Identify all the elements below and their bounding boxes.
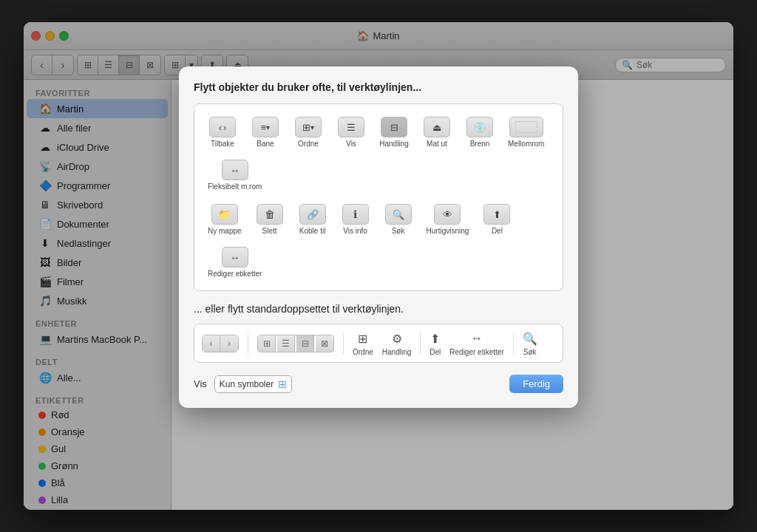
tool-vis[interactable]: ☰ Vis [332,113,370,151]
fleksibelt-icon: ↔ [222,160,248,180]
brenn-icon: 💿 [466,117,493,137]
dropdown-arrow-icon: ⊞ [278,378,287,390]
handling-icon: ⊟ [381,117,407,137]
done-button[interactable]: Ferdig [509,375,563,393]
toolbar-separator [248,332,248,355]
slett-icon: 🗑 [257,204,283,225]
tool-tilbake[interactable]: ‹› Tilbake [203,113,242,151]
default-back-btn[interactable]: ‹ [203,335,220,352]
default-label: Ordne [353,348,373,356]
tool-label: Brenn [470,140,490,148]
tool-label: Slett [262,227,277,235]
default-nav: ‹ › [202,335,239,352]
tool-fleksibelt[interactable]: ↔ Fleksibelt m.rom [203,156,266,194]
toolbar-separator [420,332,421,355]
tool-label: Ny mappe [208,227,242,235]
tool-label: Del [492,227,503,235]
modal-overlay: Flytt objekter du bruker ofte, til verkt… [24,22,733,510]
tools-row-2: 📁 Ny mappe 🗑 Slett 🔗 Kob [203,200,554,282]
tool-slett[interactable]: 🗑 Slett [251,200,289,239]
rediger-etiketter-icon: ↔ [222,247,248,267]
tool-ny-mappe[interactable]: 📁 Ny mappe [203,200,246,239]
handling-default-icon: ⚙ [392,330,402,347]
del-default-icon: ⬆ [430,330,440,347]
tool-sok[interactable]: 🔍 Søk [379,200,418,239]
default-label: Handling [382,348,411,356]
tool-label: Søk [392,227,405,235]
tool-label: Hurtigvisning [427,227,469,235]
tool-label: Vis [346,140,356,148]
default-ordne: ⊞ Ordne [353,330,373,356]
default-list-btn[interactable]: ☰ [277,335,295,352]
tool-del[interactable]: ⬆ Del [478,200,516,239]
default-label: Del [430,348,441,356]
ordne-default-icon: ⊞ [358,330,367,347]
vis-label: Vis [194,378,207,389]
modal-title: Flytt objekter du bruker ofte, til verkt… [194,81,563,93]
ny-mappe-icon: 📁 [211,204,238,225]
tool-koble-til[interactable]: 🔗 Koble til [293,200,332,239]
default-handling: ⚙ Handling [382,330,411,356]
mellomrom-icon [509,117,543,137]
default-rediger: ↔ Rediger etiketter [449,330,503,356]
default-toolbar-preview: ‹ › ⊞ ☰ ⊟ ⊠ ⊞ Ordne ⚙ Handlin [194,324,563,363]
default-label: Rediger etiketter [449,348,503,356]
tool-label: Rediger etiketter [208,270,262,278]
tool-label: Vis info [343,227,367,235]
tool-ordne[interactable]: ⊞▾ Ordne [289,113,327,151]
vis-option: Kun symboler [220,379,274,389]
customize-toolbar-modal: Flytt objekter du bruker ofte, til verkt… [179,66,578,408]
tools-row: ‹› Tilbake ≡▾ Bane ⊞▾ Ordne [203,113,554,194]
tool-label: Bane [257,140,274,148]
default-col-btn[interactable]: ⊟ [296,335,314,352]
tool-label: Fleksibelt m.rom [208,183,262,191]
tool-label: Mat ut [427,140,447,148]
tool-vis-info[interactable]: ℹ Vis info [336,200,375,239]
default-sok: 🔍 Søk [523,330,537,356]
toolbar-separator [343,332,344,355]
tool-label: Tilbake [211,140,234,148]
vis-icon: ☰ [338,117,364,137]
tool-mellomrom[interactable]: Mellomrom [503,113,549,151]
default-label: Søk [523,348,537,356]
sok-icon: 🔍 [385,204,412,225]
bane-icon: ≡▾ [252,117,279,137]
tool-label: Ordne [298,140,319,148]
default-grid-btn[interactable]: ⊞ [258,335,276,352]
default-flow-btn[interactable]: ⊠ [316,335,333,352]
finder-window: 🏠 Martin ‹ › ⊞ ☰ ⊟ ⊠ ⊞ ▾ ⬆ ⏏ 🔍 [24,22,733,510]
tool-brenn[interactable]: 💿 Brenn [461,113,499,151]
vis-info-icon: ℹ [342,204,369,225]
tool-mat-ut[interactable]: ⏏ Mat ut [418,113,456,151]
tilbake-icon: ‹› [209,117,236,137]
toolbar-separator [513,332,514,355]
hurtigvisning-icon: 👁 [434,204,461,225]
sok-default-icon: 🔍 [523,330,537,347]
mat-ut-icon: ⏏ [424,117,450,137]
ordne-icon: ⊞▾ [295,117,322,137]
separator-title: ... eller flytt standardoppsettet til ve… [194,303,563,315]
tool-label: Mellomrom [508,140,544,148]
del-icon: ⬆ [483,204,510,225]
default-del: ⬆ Del [430,330,441,356]
vis-dropdown[interactable]: Kun symboler ⊞ [214,375,292,393]
tool-label: Koble til [299,227,326,235]
tool-label: Handling [379,140,408,148]
modal-tools-palette: ‹› Tilbake ≡▾ Bane ⊞▾ Ordne [194,103,563,291]
rediger-default-icon: ↔ [471,330,483,347]
tool-bane[interactable]: ≡▾ Bane [246,113,285,151]
default-forward-btn[interactable]: › [220,335,238,352]
tool-handling[interactable]: ⊟ Handling [375,113,413,151]
tool-rediger-etiketter[interactable]: ↔ Rediger etiketter [203,243,266,282]
tool-hurtigvisning[interactable]: 👁 Hurtigvisning [422,200,474,239]
koble-til-icon: 🔗 [299,204,326,225]
modal-footer: Vis Kun symboler ⊞ Ferdig [194,375,563,393]
